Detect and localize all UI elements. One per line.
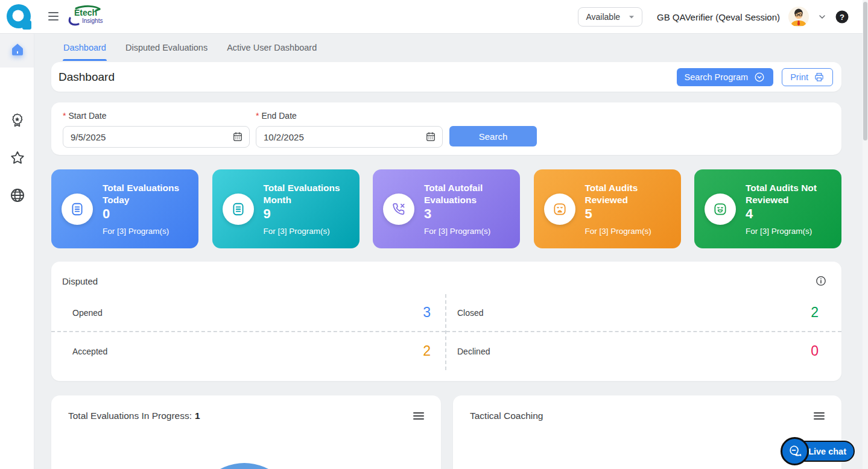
sidebar-item-global[interactable] xyxy=(0,187,34,204)
disputed-row-declined: Declined 0 xyxy=(446,332,841,370)
stat-icon-circle xyxy=(705,194,736,225)
end-date-label: *End Date xyxy=(256,111,443,121)
in-progress-count: 1 xyxy=(195,411,200,421)
disputed-card: Disputed Opened 3 Accepted 2 Closed 2 xyxy=(51,262,841,381)
sidebar-item-home[interactable] xyxy=(0,42,34,58)
stat-title: Total Audits Reviewed xyxy=(585,182,675,206)
start-date-label: *Start Date xyxy=(63,111,250,121)
user-name: GB QAVerifier (Qeval Session) xyxy=(657,12,780,22)
disputed-value: 2 xyxy=(423,343,431,359)
search-button[interactable]: Search xyxy=(449,126,537,146)
star-icon xyxy=(9,150,26,166)
page-title: Dashboard xyxy=(59,71,115,84)
stat-subtitle: For [3] Program(s) xyxy=(746,227,835,236)
disputed-row-accepted: Accepted 2 xyxy=(51,332,445,370)
stat-icon-circle xyxy=(223,194,254,225)
page-header-card: Dashboard Search Program Print xyxy=(51,62,841,92)
search-program-button[interactable]: Search Program xyxy=(677,68,774,86)
stat-subtitle: For [3] Program(s) xyxy=(103,227,192,236)
stat-icon-circle xyxy=(383,194,414,225)
help-icon[interactable]: ? xyxy=(835,10,849,24)
frown-face-icon xyxy=(552,201,568,217)
stat-value: 5 xyxy=(585,206,675,222)
home-icon xyxy=(9,42,26,58)
evaluations-in-progress-title: Total Evaluations In Progress:1 xyxy=(68,411,200,421)
avatar[interactable] xyxy=(788,7,809,27)
sidebar xyxy=(0,34,34,469)
svg-text:?: ? xyxy=(840,13,844,22)
tab-dashboard[interactable]: Dashboard xyxy=(63,35,106,61)
menu-hamburger-icon[interactable] xyxy=(48,12,59,20)
availability-value: Available xyxy=(586,12,620,22)
disputed-row-closed: Closed 2 xyxy=(446,294,841,332)
info-icon[interactable] xyxy=(815,275,827,287)
stat-title: Total Evaluations Today xyxy=(103,182,192,206)
end-date-input[interactable] xyxy=(256,126,443,148)
stat-icon-circle xyxy=(62,194,93,225)
note-lines-icon xyxy=(230,201,246,217)
stat-title: Total Audits Not Reviewed xyxy=(746,182,835,206)
stat-card-evaluations-month: Total Evaluations Month 9 For [3] Progra… xyxy=(212,169,360,248)
stat-subtitle: For [3] Program(s) xyxy=(424,227,514,236)
evaluations-in-progress-panel: Total Evaluations In Progress:1 xyxy=(51,395,441,469)
stat-card-audits-reviewed: Total Audits Reviewed 5 For [3] Program(… xyxy=(534,169,681,248)
stat-title: Total Evaluations Month xyxy=(264,182,353,206)
start-date-input[interactable] xyxy=(63,126,250,148)
stat-icon-circle xyxy=(544,194,575,225)
stat-value: 4 xyxy=(746,206,835,222)
stat-card-autofail-evaluations: Total Autofail Evaluations 3 For [3] Pro… xyxy=(373,169,520,248)
disputed-value: 0 xyxy=(811,343,819,359)
disputed-label: Closed xyxy=(457,308,484,318)
svg-text:Etech: Etech xyxy=(74,8,97,17)
chart-menu-icon[interactable] xyxy=(413,412,424,420)
stat-value: 3 xyxy=(424,206,514,222)
printer-icon xyxy=(814,72,825,83)
stat-title: Total Autofail Evaluations xyxy=(424,182,514,206)
tab-bar: Dashboard Disputed Evaluations Active Us… xyxy=(63,34,317,61)
stat-card-evaluations-today: Total Evaluations Today 0 For [3] Progra… xyxy=(51,169,198,248)
top-bar: Etech Insights Available GB QAVerifier (… xyxy=(0,0,868,34)
svg-text:Insights: Insights xyxy=(82,17,103,24)
scrollbar-thumb[interactable] xyxy=(863,2,867,140)
badge-icon xyxy=(9,112,25,128)
stat-value: 9 xyxy=(264,206,353,222)
sidebar-item-quality[interactable] xyxy=(0,112,34,128)
disputed-value: 2 xyxy=(811,304,819,321)
caret-down-icon xyxy=(629,15,635,19)
qeval-logo xyxy=(5,3,33,31)
scrollbar-track[interactable] xyxy=(863,0,868,469)
stat-value: 0 xyxy=(103,206,192,222)
stat-subtitle: For [3] Program(s) xyxy=(264,227,353,236)
print-button[interactable]: Print xyxy=(782,68,833,86)
smile-face-icon xyxy=(712,201,728,217)
chart-menu-icon[interactable] xyxy=(814,412,825,420)
disputed-label: Accepted xyxy=(72,347,107,356)
globe-icon xyxy=(9,187,26,204)
tab-active-user-dashboard[interactable]: Active User Dashboard xyxy=(227,35,317,61)
user-menu-chevron-icon[interactable] xyxy=(817,12,827,22)
stat-card-audits-not-reviewed: Total Audits Not Reviewed 4 For [3] Prog… xyxy=(694,169,841,248)
disputed-title: Disputed xyxy=(62,276,98,286)
pie-chart-fragment xyxy=(193,463,296,469)
note-lines-icon xyxy=(69,201,85,217)
live-chat-bubble-icon[interactable] xyxy=(781,437,809,465)
disputed-value: 3 xyxy=(423,304,431,321)
required-asterisk: * xyxy=(256,111,259,121)
tab-disputed-evaluations[interactable]: Disputed Evaluations xyxy=(125,35,207,61)
disputed-label: Opened xyxy=(72,308,103,318)
sidebar-item-favorites[interactable] xyxy=(0,150,34,166)
stat-cards-row: Total Evaluations Today 0 For [3] Progra… xyxy=(51,169,841,248)
disputed-row-opened: Opened 3 xyxy=(51,294,445,332)
tactical-coaching-title: Tactical Coaching xyxy=(470,411,543,421)
date-filter-card: *Start Date *End Date Search xyxy=(51,102,841,155)
phone-missed-icon xyxy=(391,201,407,217)
chevron-circle-icon xyxy=(753,71,765,83)
disputed-label: Declined xyxy=(457,347,490,356)
stat-subtitle: For [3] Program(s) xyxy=(585,227,675,236)
availability-select[interactable]: Available xyxy=(578,7,642,27)
required-asterisk: * xyxy=(63,111,66,121)
etech-insights-logo: Etech Insights xyxy=(66,4,106,32)
